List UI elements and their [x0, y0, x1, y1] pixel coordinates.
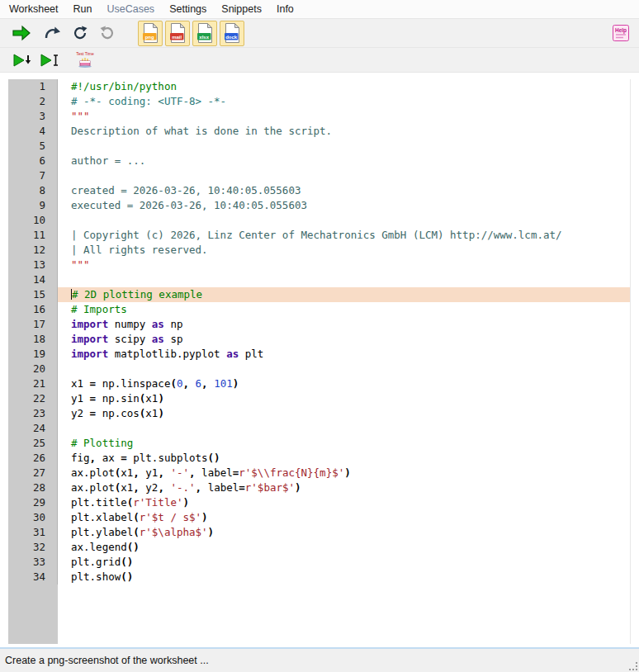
menu-item-info[interactable]: Info	[269, 1, 301, 17]
code-line: 26fig, ax = plt.subplots()	[8, 451, 630, 466]
menu-item-run[interactable]: Run	[66, 1, 100, 17]
line-number: 15	[8, 287, 58, 302]
code-line: 25# Plotting	[8, 436, 630, 451]
line-number: 22	[8, 391, 58, 406]
code-text[interactable]: ax.plot(x1, y2, '-.', label=r'$bar$')	[58, 480, 630, 495]
code-text[interactable]: author = ...	[58, 154, 630, 168]
code-text[interactable]	[58, 139, 630, 154]
code-text[interactable]: x1 = np.linspace(0, 6, 101)	[58, 376, 630, 391]
code-text[interactable]: # Plotting	[58, 436, 630, 451]
code-text[interactable]: # -*- coding: <UTF-8> -*-	[58, 94, 630, 109]
code-text[interactable]: import numpy as np	[58, 317, 630, 332]
code-line: 4Description of what is done in the scri…	[8, 124, 630, 139]
svg-text:xlsx: xlsx	[199, 35, 209, 40]
run-worksheet-button[interactable]	[10, 21, 33, 45]
code-text[interactable]	[58, 421, 630, 436]
line-number: 5	[8, 139, 58, 154]
test-time-button[interactable]: Test Time	[73, 49, 97, 72]
code-line: 24	[8, 421, 630, 436]
code-text[interactable]: plt.title(r'Title')	[58, 495, 630, 510]
code-line: 32ax.legend()	[8, 540, 630, 555]
code-line: 33plt.grid()	[8, 555, 630, 570]
line-number: 1	[8, 79, 58, 94]
code-text[interactable]: plt.show()	[58, 570, 630, 584]
export-xlsx-button[interactable]: xlsx	[192, 21, 217, 46]
code-text[interactable]: ax.plot(x1, y1, '-', label=r'$\\frac{N}{…	[58, 466, 630, 480]
undo-button[interactable]	[96, 21, 119, 45]
code-line: 22y1 = np.sin(x1)	[8, 391, 630, 406]
export-mail-button[interactable]: mail	[165, 21, 190, 46]
code-text[interactable]: executed = 2026-03-26, 10:40:05.055603	[58, 198, 630, 213]
code-text[interactable]	[58, 213, 630, 228]
line-number: 33	[8, 555, 58, 570]
code-text[interactable]: ax.legend()	[58, 540, 630, 555]
code-text[interactable]: import matplotlib.pyplot as plt	[58, 347, 630, 362]
play-bar-icon	[39, 52, 59, 69]
code-text[interactable]: """	[58, 109, 630, 124]
code-line: 1#!/usr/bin/python	[8, 79, 630, 94]
line-number: 29	[8, 495, 58, 510]
run-to-line-button[interactable]	[37, 49, 60, 72]
main-toolbar: png mail xlsx	[0, 18, 639, 47]
run-selection-button[interactable]	[10, 49, 33, 72]
code-text[interactable]: plt.xlabel(r'$t / s$')	[58, 510, 630, 525]
line-number: 20	[8, 362, 58, 376]
status-bar: Create a png-screenshot of the worksheet…	[0, 649, 639, 672]
line-number: 14	[8, 272, 58, 287]
menu-item-worksheet[interactable]: Worksheet	[2, 1, 66, 17]
code-text[interactable]	[58, 362, 630, 376]
png-file-icon: png	[142, 22, 159, 44]
code-text[interactable]	[58, 168, 630, 183]
code-text[interactable]: #!/usr/bin/python	[58, 79, 630, 94]
code-text[interactable]	[58, 272, 630, 287]
code-text[interactable]: | All rights reserved.	[58, 243, 630, 258]
help-icon: Help	[611, 23, 631, 43]
dock-file-icon: dock	[224, 22, 241, 44]
menu-item-snippets[interactable]: Snippets	[214, 1, 269, 17]
code-text[interactable]: Description of what is done in the scrip…	[58, 124, 630, 139]
code-line: 2# -*- coding: <UTF-8> -*-	[8, 94, 630, 109]
code-line: 10	[8, 213, 630, 228]
code-line: 15# 2D plotting example	[8, 287, 630, 302]
code-text[interactable]: | Copyright (c) 2026, Linz Center of Mec…	[58, 228, 630, 243]
app-window: WorksheetRunUseCasesSettingsSnippetsInfo	[0, 0, 639, 672]
editor-workspace: 1#!/usr/bin/python2# -*- coding: <UTF-8>…	[0, 73, 639, 644]
menu-item-settings[interactable]: Settings	[162, 1, 214, 17]
svg-text:mail: mail	[172, 35, 182, 40]
export-dock-button[interactable]: dock	[220, 21, 244, 46]
export-png-button[interactable]: png	[138, 21, 163, 46]
line-number: 2	[8, 94, 58, 109]
line-number: 34	[8, 570, 58, 584]
help-button[interactable]: Help	[609, 21, 632, 45]
code-text[interactable]: fig, ax = plt.subplots()	[58, 451, 630, 466]
line-number: 11	[8, 228, 58, 243]
line-number: 13	[8, 258, 58, 272]
refresh-button[interactable]	[69, 21, 92, 45]
line-number: 12	[8, 243, 58, 258]
code-text[interactable]: y1 = np.sin(x1)	[58, 391, 630, 406]
code-text[interactable]: created = 2026-03-26, 10:40:05.055603	[58, 183, 630, 198]
refresh-icon	[72, 25, 88, 41]
code-text[interactable]: # Imports	[58, 302, 630, 317]
code-text[interactable]: y2 = np.cos(x1)	[58, 406, 630, 421]
code-editor[interactable]: 1#!/usr/bin/python2# -*- coding: <UTF-8>…	[8, 79, 631, 644]
resize-grip[interactable]	[628, 661, 638, 671]
svg-text:png: png	[144, 35, 154, 40]
code-line: 23y2 = np.cos(x1)	[8, 406, 630, 421]
line-number: 6	[8, 154, 58, 168]
code-text[interactable]: plt.ylabel(r'$\alpha$')	[58, 525, 630, 540]
code-text[interactable]: plt.grid()	[58, 555, 630, 570]
line-number: 27	[8, 466, 58, 480]
run-reload-button[interactable]	[41, 21, 64, 45]
line-number: 9	[8, 198, 58, 213]
line-number: 10	[8, 213, 58, 228]
code-text[interactable]: # 2D plotting example	[58, 287, 630, 302]
code-text[interactable]: """	[58, 258, 630, 272]
code-text[interactable]: import scipy as sp	[58, 332, 630, 347]
menu-item-usecases[interactable]: UseCases	[99, 1, 162, 17]
code-line: 21x1 = np.linspace(0, 6, 101)	[8, 376, 630, 391]
undo-icon	[99, 25, 116, 41]
code-line: 14	[8, 272, 630, 287]
code-line: 8created = 2026-03-26, 10:40:05.055603	[8, 183, 630, 198]
code-line: 27ax.plot(x1, y1, '-', label=r'$\\frac{N…	[8, 466, 630, 480]
